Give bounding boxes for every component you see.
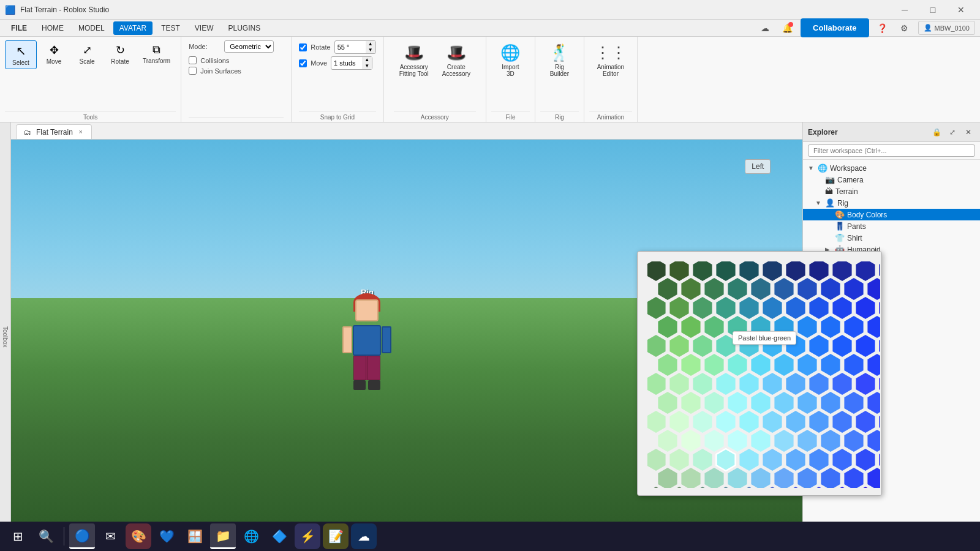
color-picker-panel: Pastel blue-green [637,251,882,496]
collisions-label: Collisions [200,57,229,64]
rig-builder-label: RigBuilder [550,64,569,77]
explorer-lock-icon[interactable]: 🔒 [930,126,943,139]
tools-row: ↖ Select ✥ Move ⤢ Scale ↻ Rotate ⧉ Trans… [5,40,176,69]
flat-terrain-tab[interactable]: 🗂 Flat Terrain × [16,124,92,139]
rig-builder-button[interactable]: 🕺 RigBuilder [544,40,575,80]
transform-tool[interactable]: ⧉ Transform [137,40,176,69]
ribbon: ↖ Select ✥ Move ⤢ Scale ↻ Rotate ⧉ Trans… [0,37,980,122]
tree-item-body-colors[interactable]: 🎨 Body Colors [803,209,980,220]
taskbar-vs[interactable]: 🔷 [266,523,292,549]
rotate-snap-checkbox[interactable] [299,43,307,51]
user-icon: 👤 [924,24,932,32]
filter-bar [803,142,980,160]
toolbox-label: Toolbox [2,326,9,347]
tree-item-terrain[interactable]: 🏔 Terrain [803,186,980,197]
rig-section-label: Rig [540,111,579,121]
accessory-fitting-button[interactable]: 🎩 AccessoryFitting Tool [394,40,434,80]
tab-icon: 🗂 [24,128,31,137]
explorer-close-icon[interactable]: ✕ [962,126,975,139]
move-snap-text: Move [311,59,327,67]
taskbar-power-automate[interactable]: ⚡ [295,523,320,549]
create-accessory-icon: 🎩 [447,43,466,62]
shirt-label: Shirt [847,234,862,242]
collaborate-button[interactable]: Collaborate [801,18,869,37]
filter-input[interactable] [808,144,975,157]
taskbar-file-explorer[interactable]: 📁 [210,523,236,549]
move-snap-up[interactable]: ▲ [362,57,372,63]
taskbar-canva[interactable]: 🎨 [126,523,151,549]
rotate-label: Rotate [111,58,129,65]
toolbox-sidebar[interactable]: Toolbox [0,122,11,551]
animation-section: ⋮⋮ AnimationEditor Animation [584,37,638,122]
character-feet [353,380,380,390]
mode-select[interactable]: Geometric Physical [224,40,274,53]
tab-bar: 🗂 Flat Terrain × [11,122,802,140]
tree-item-workspace[interactable]: ▼ 🌐 Workspace [803,162,980,174]
animation-editor-button[interactable]: ⋮⋮ AnimationEditor [589,40,632,80]
tools-section: ↖ Select ✥ Move ⤢ Scale ↻ Rotate ⧉ Trans… [0,37,181,122]
select-tool[interactable]: ↖ Select [5,40,37,69]
move-snap-label: Move [299,59,327,67]
create-accessory-button[interactable]: 🎩 CreateAccessory [437,40,476,80]
rotate-snap-down[interactable]: ▼ [366,47,375,53]
settings-icon[interactable]: ⚙ [896,20,913,37]
pants-icon: 👖 [835,222,845,231]
menu-item-test[interactable]: TEST [155,21,186,35]
search-button[interactable]: 🔍 [33,523,59,549]
taskbar-separator-1 [64,527,64,545]
notification-icon[interactable]: 🔔 [778,20,796,37]
collisions-checkbox[interactable] [189,56,197,64]
tab-close-button[interactable]: × [78,129,84,135]
menu-item-avatar[interactable]: AVATAR [113,21,153,35]
animation-editor-icon: ⋮⋮ [595,43,627,62]
scale-tool[interactable]: ⤢ Scale [71,40,103,69]
import-3d-button[interactable]: 🌐 Import3D [495,40,526,80]
taskbar-edge[interactable]: 🌐 [238,523,264,549]
hex-color-grid[interactable] [647,261,880,488]
help-icon[interactable]: ❓ [874,20,891,37]
taskbar-windows-store[interactable]: 🪟 [182,523,208,549]
menu-item-file[interactable]: FILE [5,21,33,35]
close-button[interactable]: ✕ [947,0,975,20]
maximize-button[interactable]: □ [919,0,947,20]
explorer-expand-icon[interactable]: ⤢ [946,126,959,139]
animation-section-label: Animation [589,111,632,121]
taskbar-vscode[interactable]: 💙 [154,523,179,549]
rotate-snap-up[interactable]: ▲ [366,41,375,47]
move-snap-checkbox[interactable] [299,59,307,67]
move-snap-input[interactable] [331,58,362,68]
join-surfaces-checkbox[interactable] [189,67,197,75]
menu-item-plugins[interactable]: PLUGINS [222,21,266,35]
rotate-snap-input[interactable] [335,42,366,52]
rig-icon: 👤 [825,198,835,208]
minimize-button[interactable]: ─ [891,0,919,20]
rotate-tool[interactable]: ↻ Rotate [104,40,136,69]
start-button[interactable]: ⊞ [5,523,31,549]
menu-item-view[interactable]: VIEW [189,21,220,35]
move-snap-input-wrap: ▲ ▼ [331,56,372,70]
menu-item-model[interactable]: MODEL [72,21,111,35]
taskbar-azure[interactable]: ☁ [351,523,377,549]
tree-item-shirt[interactable]: 👕 Shirt [803,232,980,244]
user-badge[interactable]: 👤 MBW_0100 [918,21,975,35]
join-surfaces-label: Join Surfaces [200,67,241,75]
snap-section-label: Snap to Grid [299,111,375,121]
tree-item-camera[interactable]: 📷 Camera [803,174,980,186]
menu-item-home[interactable]: HOME [36,21,70,35]
character-leg-left [353,356,366,380]
rotate-snap-spinner: ▲ ▼ [366,41,375,53]
character-rig[interactable]: Rig [342,288,391,397]
transform-label: Transform [143,58,170,64]
tree-item-pants[interactable]: 👖 Pants [803,220,980,232]
move-snap-down[interactable]: ▼ [362,63,372,69]
move-tool[interactable]: ✥ Move [38,40,70,69]
taskbar-mail[interactable]: ✉ [97,523,123,549]
taskbar-chrome[interactable]: 🔵 [69,523,95,549]
user-label: MBW_0100 [935,24,970,32]
cloud-icon[interactable]: ☁ [756,20,774,37]
tree-item-rig[interactable]: ▼ 👤 Rig [803,197,980,209]
rotate-snap-row: Rotate ▲ ▼ [299,40,375,54]
taskbar-sticky-notes[interactable]: 📝 [323,523,349,549]
accessory-fitting-icon: 🎩 [404,43,424,62]
transform-icon: ⧉ [153,43,160,56]
